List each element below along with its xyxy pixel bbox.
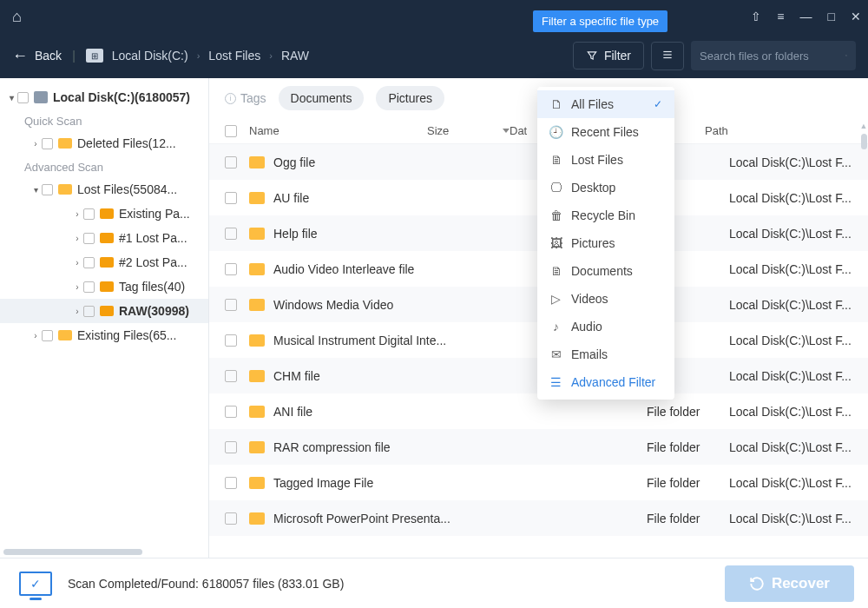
filter-label: Filter [604,49,631,63]
col-path[interactable]: Path [705,124,852,137]
row-checkbox[interactable] [225,228,237,240]
tree-section-advancedscan: Advanced Scan [0,155,208,177]
disk-icon: ⊞ [86,49,103,63]
row-checkbox[interactable] [225,156,237,169]
filter-audio[interactable]: ♪Audio [537,313,674,340]
folder-icon [100,281,114,292]
folder-icon [58,330,72,340]
folder-icon [249,192,265,204]
filter-pictures[interactable]: 🖼Pictures [537,229,674,257]
breadcrumb-0[interactable]: Local Disk(C:) [112,49,188,63]
folder-icon [249,263,265,275]
picture-icon: 🖼 [549,237,562,250]
filter-dropdown: 🗋All Files✓ 🕘Recent Files 🗎Lost Files 🖵D… [537,87,674,400]
table-row[interactable]: Tagged Image FileFile folderLocal Disk(C… [209,465,868,500]
folder-icon [58,184,72,195]
file-type: File folder [647,476,729,490]
vertical-scrollbar[interactable]: ▲ [859,122,868,556]
tree-root[interactable]: ▾ Local Disk(C:)(6180057) [0,85,208,109]
tags-label: iTags [225,91,266,105]
view-list-button[interactable] [651,42,684,70]
folder-icon [100,208,114,219]
filter-recycle[interactable]: 🗑Recycle Bin [537,202,674,229]
row-checkbox[interactable] [225,477,237,489]
toolbar: ← Back | ⊞ Local Disk(C:) › Lost Files ›… [0,33,868,78]
tag-pictures[interactable]: Pictures [376,86,444,110]
row-checkbox[interactable] [225,441,237,453]
file-name: Tagged Image File [273,476,647,490]
breadcrumb-2[interactable]: RAW [281,49,309,63]
folder-icon [58,138,72,149]
minimize-icon[interactable]: — [800,10,812,23]
folder-icon [249,334,265,347]
desktop-icon: 🖵 [549,182,562,195]
row-checkbox[interactable] [225,512,237,525]
row-checkbox[interactable] [225,192,237,204]
search-icon[interactable] [845,49,847,63]
status-text: Scan Completed/Found: 6180057 files (833… [68,577,344,591]
tree-existing-pa[interactable]: › Existing Pa... [0,202,208,226]
file-name: RAR compression file [273,440,647,454]
filter-all-files[interactable]: 🗋All Files✓ [537,90,674,118]
filter-button[interactable]: Filter [573,42,644,69]
row-checkbox[interactable] [225,334,237,347]
tree-tag-files[interactable]: › Tag files(40) [0,274,208,299]
folder-icon [100,257,114,268]
maximize-icon[interactable]: □ [828,10,835,23]
tree-lost-pa2[interactable]: › #2 Lost Pa... [0,250,208,274]
file-path: Local Disk(C:)\Lost F... [729,512,852,525]
file-path: Local Disk(C:)\Lost F... [729,155,852,169]
titlebar: ⌂ ⇧ ≡ — □ ✕ [0,0,868,33]
back-button[interactable]: ← Back [12,47,62,65]
breadcrumb-1[interactable]: Lost Files [208,49,260,63]
file-icon: 🗋 [549,98,562,111]
audio-icon: ♪ [549,321,562,334]
select-all-checkbox[interactable] [225,125,237,137]
folder-icon [249,512,265,525]
file-type: File folder [647,405,729,419]
home-icon[interactable]: ⌂ [12,8,22,26]
filter-videos[interactable]: ▷Videos [537,285,674,313]
tree-deleted-files[interactable]: › Deleted Files(12... [0,131,208,155]
tree-existing-files[interactable]: › Existing Files(65... [0,323,208,347]
disk-icon [34,91,48,103]
table-row[interactable]: Microsoft PowerPoint Presenta...File fol… [209,500,868,536]
row-checkbox[interactable] [225,406,237,418]
filter-advanced[interactable]: ☰Advanced Filter [537,368,674,396]
filter-documents[interactable]: 🗎Documents [537,257,674,285]
check-icon: ✓ [654,98,662,110]
tag-documents[interactable]: Documents [279,86,365,110]
menu-icon[interactable]: ≡ [777,10,784,23]
file-type: File folder [647,512,729,525]
col-name[interactable]: Name [249,124,427,137]
row-checkbox[interactable] [225,370,237,382]
filter-desktop[interactable]: 🖵Desktop [537,174,674,202]
row-checkbox[interactable] [225,299,237,311]
folder-icon [249,228,265,240]
share-icon[interactable]: ⇧ [751,10,761,23]
search-box[interactable] [691,41,856,70]
search-input[interactable] [700,50,845,63]
filter-lost[interactable]: 🗎Lost Files [537,146,674,174]
filter-recent[interactable]: 🕘Recent Files [537,118,674,146]
col-size[interactable]: Size [427,124,510,137]
tree-lost-pa1[interactable]: › #1 Lost Pa... [0,226,208,250]
tree-raw[interactable]: › RAW(30998) [0,299,208,323]
filter-emails[interactable]: ✉Emails [537,340,674,368]
table-row[interactable]: RAR compression fileFile folderLocal Dis… [209,429,868,465]
file-path: Local Disk(C:)\Lost F... [729,405,852,419]
close-icon[interactable]: ✕ [851,10,861,23]
sort-desc-icon [503,129,510,133]
back-arrow-icon: ← [12,47,28,65]
recycle-icon: 🗑 [549,209,562,222]
folder-icon [100,233,114,243]
status-bar: ✓ Scan Completed/Found: 6180057 files (8… [0,558,868,608]
clock-icon: 🕘 [549,126,562,139]
recover-button[interactable]: Recover [725,565,854,602]
filter-tooltip: Filter a specific file type [533,10,667,32]
sliders-icon: ☰ [549,376,562,389]
folder-icon [249,441,265,453]
row-checkbox[interactable] [225,263,237,275]
sidebar-hscrollbar[interactable] [0,549,208,558]
tree-lost-files[interactable]: ▾ Lost Files(55084... [0,177,208,202]
